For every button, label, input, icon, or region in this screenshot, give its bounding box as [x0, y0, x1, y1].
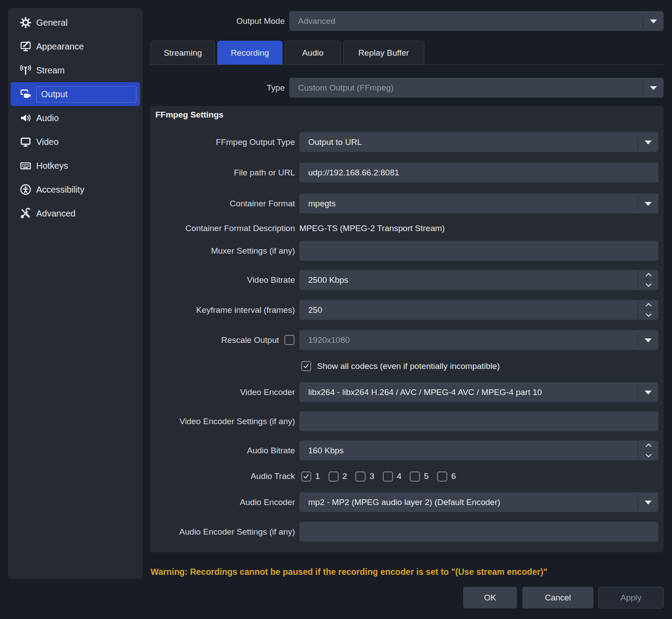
container-format-description-row: Container Format Description MPEG-TS (MP… — [150, 223, 664, 234]
file-path-row: File path or URL udp://192.168.66.2:8081 — [150, 163, 664, 182]
audio-encoder-row: Audio Encoder mp2 - MP2 (MPEG audio laye… — [150, 492, 664, 512]
video-bitrate-spinner[interactable]: 2500 Kbps — [299, 270, 658, 290]
rescale-output-row: Rescale Output 1920x1080 — [150, 330, 664, 350]
type-label: Type — [150, 78, 285, 98]
video-encoder-settings-row: Video Encoder Settings (if any) — [150, 411, 664, 431]
sidebar-item-label: Output — [36, 86, 136, 103]
sidebar-item-general[interactable]: General — [11, 11, 140, 34]
audio-track-1-checkbox[interactable] — [301, 471, 311, 482]
sidebar-item-audio[interactable]: Audio — [11, 106, 140, 130]
audio-track-6-checkbox[interactable] — [437, 471, 447, 482]
audio-track-2-checkbox[interactable] — [328, 471, 339, 482]
recording-warning-text: Warning: Recordings cannot be paused if … — [151, 567, 664, 577]
sidebar-item-video[interactable]: Video — [11, 130, 140, 154]
keyframe-interval-row: Keyframe interval (frames) 250 — [150, 300, 664, 320]
accessibility-icon — [19, 183, 32, 196]
audio-encoder-settings-row: Audio Encoder Settings (if any) — [150, 522, 664, 542]
audio-track-6: 6 — [437, 471, 456, 482]
spin-up-icon[interactable] — [638, 300, 658, 310]
audio-track-checkboxes: 1 2 3 4 5 — [301, 471, 456, 482]
sidebar-item-hotkeys[interactable]: Hotkeys — [11, 154, 140, 178]
audio-bitrate-spinner[interactable]: 160 Kbps — [299, 441, 658, 460]
tab-replay-buffer[interactable]: Replay Buffer — [343, 41, 424, 65]
output-mode-select[interactable]: Advanced — [289, 11, 664, 31]
video-bitrate-row: Video Bitrate 2500 Kbps — [150, 270, 664, 290]
chevron-down-icon — [650, 86, 657, 90]
container-format-description-value: MPEG-TS (MPEG-2 Transport Stream) — [299, 223, 658, 234]
show-all-codecs-row: Show all codecs (even if potentially inc… — [150, 361, 664, 372]
audio-track-4-checkbox[interactable] — [383, 471, 393, 482]
sidebar-item-label: Accessibility — [36, 185, 84, 195]
sidebar-item-label: Video — [36, 137, 59, 147]
audio-bitrate-row: Audio Bitrate 160 Kbps — [150, 441, 664, 460]
appearance-icon — [19, 40, 32, 53]
output-mode-label: Output Mode — [150, 11, 285, 31]
audio-track-3-checkbox[interactable] — [355, 471, 366, 482]
spin-down-icon[interactable] — [638, 310, 658, 320]
audio-track-3: 3 — [355, 471, 374, 482]
sidebar-item-label: General — [36, 18, 68, 28]
show-all-codecs-label: Show all codecs (even if potentially inc… — [317, 361, 500, 372]
audio-track-1: 1 — [301, 471, 320, 482]
audio-encoder-settings-input[interactable] — [299, 522, 658, 542]
tab-audio[interactable]: Audio — [285, 41, 341, 65]
apply-button[interactable]: Apply — [598, 587, 664, 608]
audio-track-5: 5 — [410, 471, 429, 482]
keyframe-interval-spinner[interactable]: 250 — [299, 300, 658, 320]
output-mode-value: Advanced — [289, 11, 664, 31]
tab-streaming[interactable]: Streaming — [151, 41, 215, 65]
tab-recording[interactable]: Recording — [217, 41, 283, 65]
monitor-icon — [19, 136, 32, 148]
video-encoder-settings-input[interactable] — [299, 411, 658, 431]
chevron-down-icon — [645, 501, 652, 505]
sidebar-item-stream[interactable]: Stream — [11, 58, 140, 82]
sidebar-item-appearance[interactable]: Appearance — [11, 34, 140, 58]
recording-type-select[interactable]: Custom Output (FFmpeg) — [289, 78, 664, 98]
speaker-icon — [19, 112, 32, 124]
antenna-icon — [19, 64, 32, 76]
muxer-settings-row: Muxer Settings (if any) — [150, 241, 664, 261]
audio-track-4: 4 — [383, 471, 402, 482]
sidebar-item-output[interactable]: Output — [11, 82, 140, 106]
sidebar-item-label: Advanced — [36, 209, 76, 219]
video-encoder-select[interactable]: libx264 - libx264 H.264 / AVC / MPEG-4 A… — [299, 382, 658, 402]
output-camera-icon — [19, 88, 32, 100]
spin-up-icon[interactable] — [638, 441, 658, 450]
sidebar-item-advanced[interactable]: Advanced — [11, 201, 140, 225]
rescale-resolution-select[interactable]: 1920x1080 — [299, 330, 658, 350]
group-title: FFmpeg Settings — [155, 110, 223, 120]
chevron-down-icon — [645, 391, 652, 395]
show-all-codecs-checkbox[interactable] — [301, 361, 311, 371]
cancel-button[interactable]: Cancel — [522, 587, 593, 608]
recording-type-row: Type Custom Output (FFmpeg) — [150, 78, 664, 98]
chevron-down-icon — [650, 19, 657, 23]
chevron-down-icon — [645, 202, 652, 206]
output-mode-row: Output Mode Advanced — [150, 11, 664, 31]
tools-icon — [19, 207, 32, 220]
file-path-input[interactable]: udp://192.168.66.2:8081 — [299, 163, 658, 182]
audio-track-5-checkbox[interactable] — [410, 471, 420, 482]
muxer-settings-input[interactable] — [299, 241, 658, 261]
spin-down-icon[interactable] — [638, 451, 658, 460]
spin-up-icon[interactable] — [638, 270, 658, 280]
recording-type-value: Custom Output (FFmpeg) — [289, 78, 664, 98]
ok-button[interactable]: OK — [463, 587, 517, 608]
video-encoder-row: Video Encoder libx264 - libx264 H.264 / … — [150, 382, 664, 402]
ffmpeg-output-type-select[interactable]: Output to URL — [299, 132, 658, 152]
sidebar-item-accessibility[interactable]: Accessibility — [11, 178, 140, 201]
audio-track-2: 2 — [328, 471, 347, 482]
audio-track-row: Audio Track 1 2 3 4 — [150, 471, 664, 482]
container-format-select[interactable]: mpegts — [299, 194, 658, 213]
container-format-row: Container Format mpegts — [150, 194, 664, 213]
audio-encoder-select[interactable]: mp2 - MP2 (MPEG audio layer 2) (Default … — [299, 492, 658, 512]
ffmpeg-settings-group: FFmpeg Settings FFmpeg Output Type Outpu… — [150, 106, 664, 552]
sidebar-item-label: Audio — [36, 113, 59, 123]
rescale-output-checkbox[interactable] — [284, 335, 294, 345]
spin-down-icon[interactable] — [638, 280, 658, 290]
chevron-down-icon — [645, 338, 652, 342]
sidebar-item-label: Stream — [36, 65, 64, 76]
tab-pane-border — [150, 65, 664, 65]
settings-sidebar: General Appearance — [8, 8, 143, 579]
sidebar-item-label: Hotkeys — [36, 161, 68, 171]
keyboard-icon — [19, 159, 32, 172]
